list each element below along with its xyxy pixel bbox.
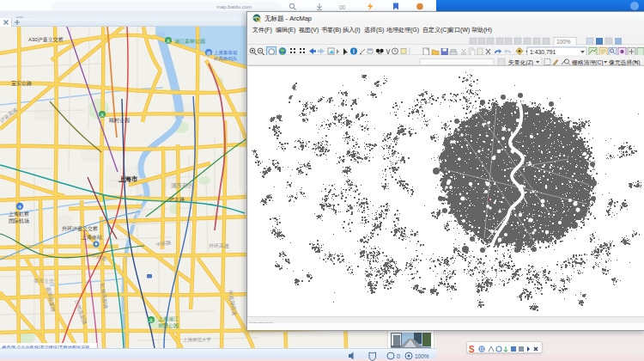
svg-text:0: 0	[397, 353, 400, 359]
svg-text:上海南站: 上海南站	[81, 235, 102, 241]
svg-text:外环高速: 外环高速	[209, 242, 229, 248]
svg-text:✈: ✈	[17, 205, 21, 210]
svg-text:外高桥码头: 外高桥码头	[214, 56, 238, 62]
svg-text:国际机场: 国际机场	[9, 217, 29, 224]
svg-text:100%: 100%	[415, 353, 429, 359]
svg-text:A30沪嘉立交桥: A30沪嘉立交桥	[28, 36, 64, 43]
svg-text:港: 港	[206, 51, 211, 57]
svg-text:沪太路: 沪太路	[168, 196, 185, 203]
svg-text:上海市: 上海市	[118, 175, 138, 183]
svg-text:上海浦江: 上海浦江	[157, 316, 179, 321]
svg-text:00: 00	[339, 4, 346, 10]
svg-text:S: S	[469, 345, 475, 354]
svg-text:宝安公路: 宝安公路	[11, 80, 32, 87]
svg-text:1:430,791: 1:430,791	[530, 49, 556, 55]
svg-text:上港集装箱: 上港集装箱	[214, 50, 238, 56]
svg-text:上海师范大学: 上海师范大学	[183, 337, 212, 343]
svg-text:顾村公园: 顾村公园	[109, 117, 130, 124]
svg-text:上海虹桥: 上海虹桥	[8, 211, 29, 217]
svg-text:郊野公园: 郊野公园	[158, 323, 179, 329]
svg-text:浦东新区: 浦东新区	[171, 182, 194, 189]
svg-text:100%: 100%	[556, 39, 571, 45]
svg-text:木: 木	[149, 318, 154, 323]
svg-text:浦江森林公园: 浦江森林公园	[174, 39, 205, 45]
svg-text:i: i	[353, 48, 355, 54]
svg-text:木: 木	[100, 113, 105, 118]
svg-text:莘庄立交: 莘庄立交	[33, 278, 54, 284]
svg-text:木: 木	[166, 39, 171, 44]
svg-text:外环沪嘉立交桥: 外环沪嘉立交桥	[62, 225, 98, 232]
svg-text:map.baidu.com: map.baidu.com	[216, 4, 252, 9]
